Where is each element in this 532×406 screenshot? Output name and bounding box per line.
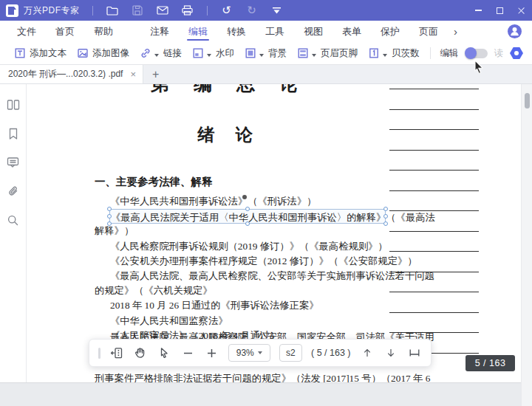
save-button[interactable] [128, 1, 147, 20]
header-footer-dropdown-caret [312, 54, 316, 57]
titlebar: 万兴PDF专家 ↺ ↻ [0, 0, 532, 21]
add-image-button[interactable]: 添加图像 [72, 44, 134, 63]
menu-convert[interactable]: 转换 [217, 21, 256, 42]
tab-close-icon[interactable]: × [130, 69, 136, 79]
link-button[interactable]: 链接 [134, 44, 187, 63]
panel-collapse-button[interactable] [109, 345, 124, 360]
background-icon [245, 47, 256, 59]
select-cursor-icon [157, 346, 171, 359]
document-background [0, 382, 521, 406]
bates-number-button[interactable]: 贝茨数 [363, 44, 425, 63]
watermark-button[interactable]: 水印 [187, 44, 239, 63]
plus-icon [206, 348, 217, 359]
document-line: 《公安机关办理刑事案件程序规定（2012 修订）》（《公安部规定》） [95, 254, 390, 269]
fit-width-icon [408, 346, 421, 359]
zoom-out-button[interactable] [181, 345, 196, 360]
add-text-icon [14, 47, 26, 59]
new-tab-button[interactable]: + [143, 65, 168, 83]
background-dropdown-caret [259, 54, 264, 57]
close-button[interactable] [511, 0, 532, 21]
menu-protect[interactable]: 保护 [371, 21, 409, 42]
redo-button[interactable]: ↻ [242, 1, 262, 20]
bates-number-icon [368, 47, 380, 59]
document-chapter-title: 绪 论 [44, 123, 414, 146]
document-tab[interactable]: 2020年 刑诉—...020.3.2) .pdf × [0, 65, 143, 83]
zoom-level-value: 93% [236, 348, 254, 358]
thumbnails-panel-icon[interactable] [6, 97, 21, 112]
edit-toolbar: 添加文本 添加图像 链接 水印 背景 页眉页脚 贝茨数 编辑 读 [0, 42, 532, 65]
toolbar-drag-handle[interactable] [98, 348, 100, 359]
menu-view[interactable]: 视图 [294, 21, 332, 42]
watermark-dropdown-caret [207, 54, 211, 57]
menu-tools[interactable]: 工具 [256, 21, 294, 42]
app-title: 万兴PDF专家 [24, 4, 80, 17]
link-icon [140, 47, 151, 59]
bookmarks-panel-icon[interactable] [6, 126, 21, 141]
edit-read-toggle[interactable] [466, 49, 488, 58]
next-page-button[interactable] [383, 345, 398, 360]
titlebar-divider [92, 6, 93, 16]
document-line: 2018 年 10 月 26 日通过的《刑事诉讼法修正案》 [95, 298, 390, 313]
floating-view-toolbar: 93% ( 5 / 163 ) [89, 339, 432, 367]
previous-page-button[interactable] [360, 345, 375, 360]
open-file-button[interactable] [103, 1, 122, 20]
print-button[interactable] [178, 1, 197, 20]
fit-width-button[interactable] [407, 345, 422, 360]
document-line: 解释》） [95, 224, 390, 238]
navigation-sidebar [0, 84, 27, 382]
tab-title: 2020年 刑诉—...020.3.2) .pdf [8, 68, 123, 80]
mode-switch-group: 编辑 读 [430, 47, 524, 60]
annotation-dot [242, 195, 247, 199]
toolbar-divider [430, 47, 431, 59]
toggle-knob [465, 47, 477, 59]
menu-help[interactable]: 帮助 [84, 21, 123, 42]
minus-icon [183, 348, 194, 359]
menu-comment[interactable]: 注释 [140, 21, 179, 42]
zoom-in-button[interactable] [205, 345, 219, 360]
selection-handle[interactable] [383, 207, 388, 211]
page-number-input[interactable] [279, 344, 302, 362]
email-button[interactable] [153, 1, 172, 20]
selection-handle[interactable] [107, 207, 112, 211]
zoom-level-select[interactable]: 93% [228, 344, 270, 362]
titlebar-divider [207, 6, 208, 16]
vertical-scrollbar[interactable] [521, 84, 532, 406]
arrow-down-icon [385, 347, 397, 359]
bates-dropdown-caret [383, 54, 387, 57]
add-text-button[interactable]: 添加文本 [9, 44, 72, 63]
edit-mode-label: 编辑 [440, 47, 459, 60]
selected-text-box[interactable]: 《最高人民法院关于适用〈中华人民共和国刑事诉讼〉的解释》（《最高法 [109, 209, 386, 224]
select-tool-button[interactable] [157, 345, 171, 360]
settings-hexagon-icon[interactable] [510, 47, 523, 59]
background-button[interactable]: 背景 [239, 44, 292, 63]
maximize-button[interactable] [489, 0, 511, 21]
menu-page[interactable]: 页面 [409, 21, 448, 42]
add-image-icon [77, 47, 89, 59]
header-footer-button[interactable]: 页眉页脚 [292, 44, 363, 63]
selection-handle[interactable] [245, 207, 250, 211]
app-logo-icon [6, 4, 18, 17]
document-line: 的规定》（《六机关规定》 [95, 283, 390, 298]
page-position-badge: 5 / 163 [466, 355, 515, 371]
hand-tool-button[interactable] [133, 345, 148, 360]
page-indicator: ( 5 / 163 ) [311, 348, 351, 358]
arrow-up-icon [361, 347, 373, 359]
document-part-title: 第 编 总 论 [44, 84, 414, 96]
menu-overflow-chevron[interactable]: › [448, 25, 463, 38]
header-footer-icon [297, 47, 309, 59]
comments-panel-icon[interactable] [6, 155, 21, 170]
scrollbar-thumb[interactable] [525, 93, 530, 109]
undo-button[interactable]: ↺ [217, 1, 236, 20]
section-heading: 一、主要参考法律、解释 [95, 175, 390, 189]
menu-home[interactable]: 首页 [46, 21, 84, 42]
menu-edit[interactable]: 编辑 [179, 21, 217, 42]
menubar: 文件 首页 帮助 注释 编辑 转换 工具 视图 表单 保护 页面 › [0, 21, 532, 42]
menu-file[interactable]: 文件 [7, 21, 46, 42]
watermark-icon [192, 47, 204, 59]
user-avatar-button[interactable] [508, 24, 522, 38]
minimize-button[interactable] [468, 0, 489, 21]
search-panel-icon[interactable] [6, 213, 21, 227]
menu-form[interactable]: 表单 [332, 21, 371, 42]
customize-toolbar-button[interactable] [267, 1, 287, 20]
attachments-panel-icon[interactable] [6, 184, 21, 199]
